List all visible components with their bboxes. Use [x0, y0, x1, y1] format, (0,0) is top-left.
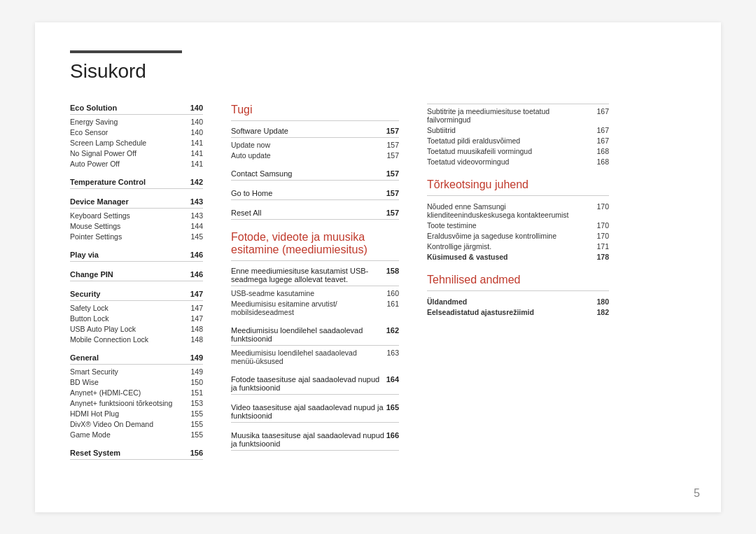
item-label: USB Auto Play Lock: [70, 325, 136, 333]
subsection-page: 165: [386, 403, 399, 420]
toc-section-header: Reset System156: [70, 449, 203, 460]
toc-item: Auto Power Off141: [70, 159, 203, 169]
item-page: 148: [190, 325, 203, 333]
section-page: 147: [190, 290, 203, 298]
item-label: Anynet+ (HDMI-CEC): [70, 388, 141, 397]
item-page: 168: [596, 147, 609, 155]
item-page: 147: [190, 314, 203, 323]
item-label: Game Mode: [70, 430, 111, 439]
toc-section-header: Eco Solution140: [70, 104, 203, 115]
toc-section: General149Smart Security149BD Wise150Any…: [70, 353, 203, 440]
subsection-page: 164: [386, 375, 399, 392]
item-page: 168: [596, 157, 609, 166]
toc-section: Enne meediumiesituse kasutamist USB-sead…: [231, 267, 399, 318]
item-label: Button Lock: [70, 314, 108, 323]
item-label: DivX® Video On Demand: [70, 420, 153, 428]
item-page: 170: [596, 202, 609, 219]
toc-section-header: Go to Home157: [231, 189, 399, 200]
item-label: Anynet+ funktsiooni tõrkeotsing: [70, 399, 172, 407]
item-label: Screen Lamp Schedule: [70, 139, 146, 147]
toc-section: Software Update157Update now157Auto upda…: [231, 127, 399, 161]
toc-section: Muusika taasesituse ajal saadaolevad nup…: [231, 431, 399, 451]
section-page: 140: [190, 104, 203, 112]
toc-item: Smart Security149: [70, 367, 203, 377]
section-heading: Tõrkeotsingu juhend: [427, 178, 609, 196]
toc-item: Eraldusvõime ja sageduse kontrollimine17…: [427, 231, 609, 241]
toc-section-header: Temperature Control142: [70, 178, 203, 189]
item-label: Pointer Settings: [70, 232, 122, 241]
item-page: 155: [190, 409, 203, 418]
page-title: Sisukord: [70, 60, 686, 83]
toc-item: Üldandmed180: [427, 297, 609, 307]
item-page: 170: [596, 221, 609, 230]
toc-section: Reset All157: [231, 209, 399, 220]
toc-section-header: Play via146: [70, 251, 203, 262]
toc-section-header: Enne meediumiesituse kasutamist USB-sead…: [231, 267, 399, 286]
toc-section-header: Change PIN146: [70, 270, 203, 281]
toc-item: Keyboard Settings143: [70, 211, 203, 221]
item-label: Update now: [231, 141, 270, 149]
subsection-page: 158: [386, 267, 399, 283]
toc-item: Anynet+ (HDMI-CEC)151: [70, 388, 203, 398]
toc-item: Meediumisisu loendilehel saadaolevad men…: [231, 348, 399, 367]
item-label: HDMI Hot Plug: [70, 409, 119, 418]
item-label: Auto update: [231, 151, 271, 160]
toc-section: Contact Samsung157: [231, 169, 399, 181]
section-label: Temperature Control: [70, 178, 146, 186]
item-label: Subtitrite ja meediumiesituse toetatud f…: [427, 107, 591, 124]
item-label: Auto Power Off: [70, 160, 120, 168]
section-page: 146: [190, 251, 203, 259]
section-label: Security: [70, 290, 100, 298]
toc-item: Mouse Settings144: [70, 221, 203, 232]
item-label: Meediumisisu esitamine arvutist/ mobilsi…: [231, 300, 381, 316]
toc-item: Toote testimine170: [427, 220, 609, 231]
subsection-label: Software Update: [231, 127, 288, 135]
toc-section-header: Meediumisisu loendilehel saadaolevad fun…: [231, 326, 399, 346]
subsection-label: Go to Home: [231, 189, 272, 197]
section-page: 146: [190, 270, 203, 279]
col2: TugiSoftware Update157Update now157Auto …: [224, 104, 420, 489]
toc-section: Nõuded enne Samsungi klienditeeninduskes…: [427, 202, 609, 262]
item-label: No Signal Power Off: [70, 149, 136, 157]
toc-section-header: Reset All157: [231, 209, 399, 220]
section-page: 142: [190, 178, 203, 186]
item-page: 160: [386, 289, 399, 297]
toc-item: DivX® Video On Demand155: [70, 419, 203, 430]
section-heading: Fotode, videote ja muusika esitamine (me…: [231, 231, 399, 261]
toc-section-header: Video taasesituse ajal saadaolevad nupud…: [231, 403, 399, 423]
item-label: Subtiitrid: [427, 126, 456, 134]
subsection-label: Reset All: [231, 209, 261, 217]
section-page: 143: [190, 197, 203, 206]
item-page: 155: [190, 420, 203, 428]
toc-item: Anynet+ funktsiooni tõrkeotsing153: [70, 398, 203, 409]
item-page: 144: [190, 222, 203, 230]
toc-section: Go to Home157: [231, 189, 399, 200]
item-label: Eco Sensor: [70, 128, 108, 136]
section-heading: Tehnilised andmed: [427, 274, 609, 291]
toc-item: Nõuded enne Samsungi klienditeeninduskes…: [427, 202, 609, 220]
subsection-page: 157: [386, 209, 399, 217]
toc-item: Toetatud pildi eraldusvõimed167: [427, 136, 609, 146]
toc-section: Security147Safety Lock147Button Lock147U…: [70, 290, 203, 345]
col2-content: TugiSoftware Update157Update now157Auto …: [231, 104, 399, 451]
item-page: 153: [190, 399, 203, 407]
toc-item: Update now157: [231, 140, 399, 150]
col1-content: Eco Solution140Energy Saving140Eco Senso…: [70, 104, 203, 460]
item-page: 140: [190, 118, 203, 126]
toc-item: Eelseadistatud ajastusrežiimid182: [427, 307, 609, 318]
toc-item: Energy Saving140: [70, 117, 203, 127]
item-page: 141: [190, 139, 203, 147]
col3: Subtitrite ja meediumiesituse toetatud f…: [420, 104, 609, 489]
subsection-page: 162: [386, 326, 399, 343]
item-label: Kontrollige järgmist.: [427, 242, 491, 251]
subsection-label: Meediumisisu loendilehel saadaolevad fun…: [231, 326, 386, 343]
item-page: 161: [386, 300, 399, 316]
section-page: 156: [190, 449, 203, 457]
toc-section: Fotode taasesituse ajal saadaolevad nupu…: [231, 375, 399, 395]
item-label: Keyboard Settings: [70, 211, 130, 220]
item-label: Smart Security: [70, 367, 118, 376]
title-bar: [70, 50, 182, 53]
item-page: 147: [190, 304, 203, 312]
toc-section: Üldandmed180Eelseadistatud ajastusrežiim…: [427, 297, 609, 318]
item-page: 145: [190, 232, 203, 241]
